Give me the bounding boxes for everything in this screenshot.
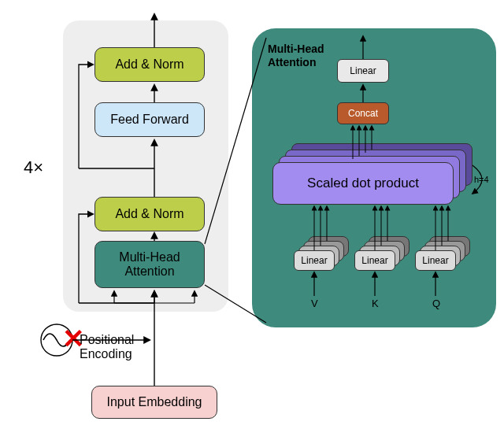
multi-head-attention-label: Multi-Head Attention bbox=[119, 250, 180, 279]
linear-q: Linear bbox=[415, 250, 456, 271]
linear-k-label: Linear bbox=[361, 255, 387, 266]
heads-count-label: h=4 bbox=[474, 175, 489, 184]
linear-v: Linear bbox=[294, 250, 335, 271]
input-embedding-label: Input Embedding bbox=[107, 395, 202, 409]
input-q-label: Q bbox=[432, 298, 440, 309]
input-k-label: K bbox=[372, 298, 379, 309]
add-norm-top-label: Add & Norm bbox=[115, 57, 183, 72]
positional-encoding-label: Positional Encoding bbox=[80, 333, 134, 361]
linear-k: Linear bbox=[354, 250, 395, 271]
mha-concat: Concat bbox=[337, 102, 389, 124]
repeat-count: 4× bbox=[24, 157, 43, 178]
add-norm-bottom: Add & Norm bbox=[94, 197, 205, 231]
mha-concat-label: Concat bbox=[348, 108, 378, 119]
feed-forward: Feed Forward bbox=[94, 102, 205, 137]
mha-linear-out-label: Linear bbox=[350, 65, 376, 76]
mha-linear-out: Linear bbox=[337, 59, 389, 83]
linear-v-label: Linear bbox=[301, 255, 327, 266]
input-embedding: Input Embedding bbox=[91, 386, 217, 419]
multi-head-attention: Multi-Head Attention bbox=[94, 241, 205, 288]
mha-detail-title: Multi-Head Attention bbox=[268, 43, 324, 69]
add-norm-top: Add & Norm bbox=[94, 47, 205, 82]
linear-q-label: Linear bbox=[422, 255, 448, 266]
feed-forward-label: Feed Forward bbox=[110, 113, 189, 127]
add-norm-bottom-label: Add & Norm bbox=[115, 207, 183, 221]
input-v-label: V bbox=[311, 298, 318, 309]
scaled-dot-product: Scaled dot product bbox=[272, 162, 454, 205]
scaled-dot-product-label: Scaled dot product bbox=[307, 176, 419, 191]
